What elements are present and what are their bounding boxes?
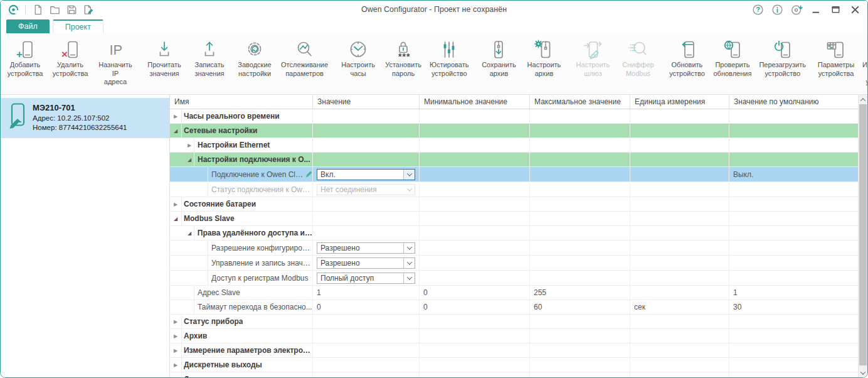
table-row[interactable]: Статус подключения к Owe...Нет соединени… xyxy=(170,182,859,197)
expand-expander-icon[interactable]: ▶ xyxy=(172,333,179,339)
table-row[interactable]: ◢Настройки подключения к О... xyxy=(170,153,859,167)
table-header: ИмяЗначениеМинимальное значениеМаксималь… xyxy=(170,95,859,109)
table-row[interactable]: Подключение к Owen CloudВкл.Выкл. xyxy=(170,167,859,182)
unit-cell xyxy=(630,372,729,377)
table-row[interactable]: ▶Дискретные выходы xyxy=(170,358,859,372)
value-dropdown[interactable]: Разрешено xyxy=(317,257,415,269)
expand-expander-icon[interactable]: ▶ xyxy=(172,114,179,119)
titlebar: Owen Configurator - Проект не сохранён ? xyxy=(1,1,867,18)
value-dropdown[interactable]: Разрешено xyxy=(317,242,415,254)
toolbar-group: +Добавить устройства×Удалить устройстваI… xyxy=(3,34,138,94)
min-value-cell xyxy=(420,197,530,211)
table-row[interactable]: ▶Настройки Ethernet xyxy=(170,138,859,153)
save-project-icon[interactable] xyxy=(65,3,78,16)
scroll-down-button[interactable] xyxy=(859,368,867,377)
svg-text:+: + xyxy=(16,48,23,60)
min-value-cell-text: 0 xyxy=(423,303,428,311)
table-row[interactable]: ▶Дискретные входы xyxy=(170,372,859,377)
value-dropdown[interactable]: Вкл. xyxy=(317,169,415,180)
default-value-cell xyxy=(729,109,859,123)
expand-expander-icon[interactable]: ▶ xyxy=(172,362,179,368)
ribbon-tabs: ФайлПроект xyxy=(1,18,867,33)
table-row[interactable]: ▶Состояние батареи xyxy=(170,197,859,212)
collapse-expander-icon[interactable]: ◢ xyxy=(186,230,193,236)
table-row[interactable]: Таймаут перехода в безопасно...0060сек30 xyxy=(170,300,859,315)
tab-проект[interactable]: Проект xyxy=(53,19,103,33)
max-value-cell xyxy=(530,329,630,343)
column-header[interactable]: Значение по умолчанию xyxy=(729,95,859,109)
table-row[interactable]: ◢Modbus Slave xyxy=(170,212,859,226)
scroll-up-button[interactable] xyxy=(859,95,867,104)
table-row[interactable]: ▶Часы реального времени xyxy=(170,109,859,124)
column-header[interactable]: Значение xyxy=(313,95,420,109)
new-project-icon[interactable] xyxy=(31,3,44,16)
tab-файл[interactable]: Файл xyxy=(6,19,50,33)
adjust-device-button[interactable]: Юстировать устройство xyxy=(426,34,472,94)
maximize-icon[interactable] xyxy=(829,3,842,16)
save-project-as-icon[interactable] xyxy=(82,3,95,16)
table-row[interactable]: ▶Архив xyxy=(170,329,859,343)
save-archive-button[interactable]: Сохранить архив xyxy=(476,34,521,94)
value-dropdown[interactable]: Полный доступ xyxy=(317,273,415,284)
expand-expander-icon[interactable]: ▶ xyxy=(172,377,179,378)
table-row[interactable]: ◢Права удалённого доступа из... xyxy=(170,226,859,240)
table-row[interactable]: Доступ к регистрам ModbusПолный доступ xyxy=(170,271,859,286)
expand-expander-icon[interactable]: ▶ xyxy=(172,319,179,325)
default-value-cell: Выкл. xyxy=(729,167,859,181)
collapse-expander-icon[interactable]: ◢ xyxy=(186,157,193,163)
device-list-item[interactable]: МЭ210-701Адрес: 10.2.25.107:502Номер: 87… xyxy=(1,98,169,138)
check-updates-button[interactable]: Проверить обновления xyxy=(709,34,755,94)
column-header[interactable]: Минимальное значение xyxy=(420,95,530,109)
device-params-button[interactable]: Параметры устройства xyxy=(813,34,859,94)
table-row[interactable]: ▶Статус прибора xyxy=(170,315,859,329)
update-device-button[interactable]: Обновить устройство xyxy=(664,34,709,94)
column-header[interactable]: Максимальное значение xyxy=(530,95,630,109)
scrollbar-thumb[interactable] xyxy=(859,104,867,365)
collapse-expander-icon[interactable]: ◢ xyxy=(172,128,179,134)
open-project-icon[interactable] xyxy=(48,3,61,16)
track-params-button[interactable]: Отслеживание параметров xyxy=(277,34,332,94)
column-header[interactable]: Имя xyxy=(170,95,313,109)
dropdown-arrow-button[interactable] xyxy=(403,273,415,283)
column-header[interactable]: Единица измерения xyxy=(630,95,729,109)
dropdown-arrow-button[interactable] xyxy=(403,258,415,268)
dropdown-arrow-button[interactable] xyxy=(403,170,415,180)
factory-settings-icon xyxy=(245,38,265,61)
device-info-button[interactable]: Информация об устройстве xyxy=(859,34,868,94)
check-updates-icon[interactable] xyxy=(790,3,803,16)
assign-ip-button[interactable]: IPНазначить IP адреса xyxy=(93,34,138,94)
dropdown-arrow-button[interactable] xyxy=(403,243,415,253)
param-name: Настройки Ethernet xyxy=(198,141,270,149)
minimize-icon[interactable] xyxy=(810,3,822,16)
config-archive-button[interactable]: Настроить архив xyxy=(521,34,566,94)
expand-expander-icon[interactable]: ▶ xyxy=(186,143,193,148)
vertical-scrollbar[interactable] xyxy=(858,95,867,377)
set-clock-button[interactable]: Настроить часы xyxy=(336,34,381,94)
close-icon[interactable] xyxy=(849,3,861,16)
delete-device-button[interactable]: ×Удалить устройства xyxy=(48,34,93,94)
info-icon[interactable] xyxy=(771,3,783,16)
table-row[interactable]: ▶Измерение параметров электрос... xyxy=(170,343,859,358)
default-value-cell xyxy=(729,138,859,152)
factory-settings-button[interactable]: Заводские настройки xyxy=(232,34,277,94)
table-row[interactable]: Адрес Slave102551 xyxy=(170,286,859,300)
write-values-icon xyxy=(199,38,220,61)
help-icon[interactable]: ? xyxy=(751,3,764,16)
param-value-cell xyxy=(313,109,420,123)
table-row[interactable]: ◢Сетевые настройки xyxy=(170,124,859,138)
read-values-button[interactable]: Прочитать значения xyxy=(142,34,187,94)
collapse-expander-icon[interactable]: ◢ xyxy=(172,216,179,222)
param-value-cell xyxy=(313,315,420,328)
device-params-icon xyxy=(826,38,846,61)
expand-expander-icon[interactable]: ▶ xyxy=(172,202,179,207)
set-password-button[interactable]: ***Установить пароль xyxy=(381,34,426,94)
table-row[interactable]: Разрешение конфигуриров...Разрешено xyxy=(170,240,859,256)
reboot-device-button[interactable]: Перезагрузить устройство xyxy=(755,34,810,94)
svg-text:IP: IP xyxy=(110,42,123,58)
expand-expander-icon[interactable]: ▶ xyxy=(172,348,179,354)
toolbar-button-label: Записать значения xyxy=(194,61,224,78)
add-device-button[interactable]: +Добавить устройства xyxy=(3,34,48,94)
default-value-cell xyxy=(729,197,859,211)
table-row[interactable]: Управление и запись значе...Разрешено xyxy=(170,256,859,271)
write-values-button[interactable]: Записать значения xyxy=(187,34,232,94)
